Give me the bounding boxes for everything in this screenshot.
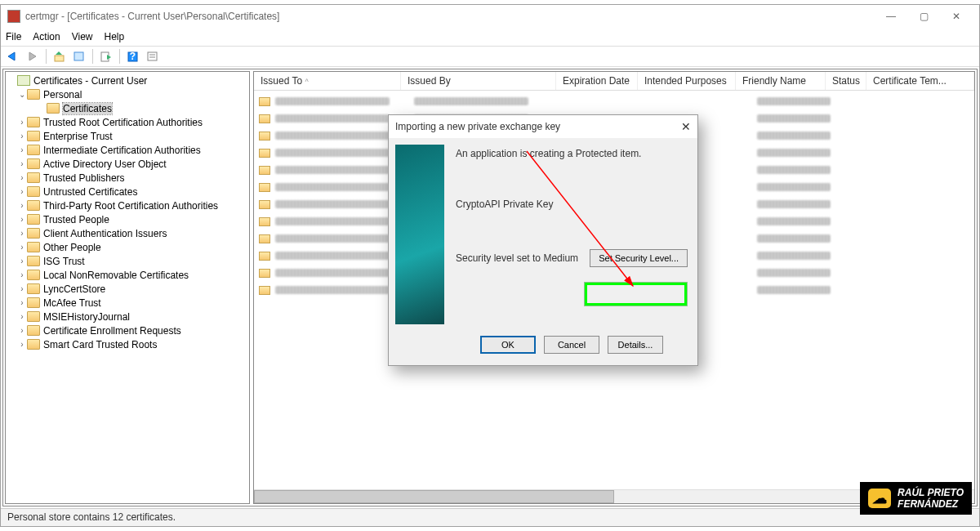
svg-marker-3 xyxy=(56,51,62,55)
set-security-level-button[interactable]: Set Security Level... xyxy=(590,249,688,267)
expand-icon[interactable]: › xyxy=(17,340,27,349)
list-view-button[interactable] xyxy=(144,47,162,65)
menu-file[interactable]: File xyxy=(6,31,21,42)
col-friendly[interactable]: Friendly Name xyxy=(736,72,826,90)
folder-icon xyxy=(27,131,40,141)
tree-item[interactable]: ›Client Authentication Issuers xyxy=(7,226,247,240)
folder-icon xyxy=(27,158,40,169)
list-header: Issued To ^ Issued By Expiration Date In… xyxy=(254,72,974,91)
tree-item[interactable]: ›Other People xyxy=(7,240,247,254)
folder-icon xyxy=(27,214,40,225)
tree-item[interactable]: ›Enterprise Trust xyxy=(7,129,247,143)
export-button[interactable] xyxy=(97,47,115,65)
up-button[interactable] xyxy=(51,47,69,65)
expand-icon[interactable]: › xyxy=(17,312,27,321)
tree-pane[interactable]: Certificates - Current User ⌄Personal Ce… xyxy=(5,71,250,504)
folder-icon xyxy=(27,117,40,127)
help-button[interactable]: ? xyxy=(124,47,142,65)
expand-icon[interactable]: › xyxy=(17,215,27,224)
dialog-title: Importing a new private exchange key xyxy=(395,121,681,132)
props-button[interactable] xyxy=(70,47,88,65)
details-button[interactable]: Details... xyxy=(608,336,663,354)
col-exp[interactable]: Expiration Date xyxy=(556,72,638,90)
col-issued-to[interactable]: Issued To ^ xyxy=(254,72,401,90)
tree-item[interactable]: ›Local NonRemovable Certificates xyxy=(7,268,247,282)
forward-button[interactable] xyxy=(24,47,42,65)
tree-item[interactable]: ›Third-Party Root Certification Authorit… xyxy=(7,199,247,212)
folder-icon xyxy=(27,228,40,239)
titlebar: certmgr - [Certificates - Current User\P… xyxy=(1,5,979,28)
folder-icon xyxy=(27,297,40,308)
folder-icon xyxy=(27,172,40,183)
svg-marker-1 xyxy=(29,52,36,60)
tree-personal[interactable]: Personal xyxy=(43,89,82,100)
brain-icon: ☁ xyxy=(868,489,891,508)
list-item[interactable] xyxy=(259,95,969,108)
statusbar: Personal store contains 12 certificates. xyxy=(1,508,979,526)
toolbar: ? xyxy=(1,46,979,67)
app-icon xyxy=(7,10,20,23)
tree-item[interactable]: ›Active Directory User Object xyxy=(7,157,247,171)
tree-item[interactable]: ›Untrusted Certificates xyxy=(7,185,247,199)
col-template[interactable]: Certificate Tem... xyxy=(866,72,974,90)
expand-icon[interactable]: › xyxy=(17,243,27,252)
col-purpose[interactable]: Intended Purposes xyxy=(638,72,736,90)
expand-icon[interactable]: › xyxy=(17,326,27,335)
tree-item[interactable]: ›Trusted Publishers xyxy=(7,171,247,185)
svg-rect-2 xyxy=(55,56,64,61)
col-issued-by[interactable]: Issued By xyxy=(401,72,556,90)
cancel-button[interactable]: Cancel xyxy=(544,336,599,354)
expand-icon[interactable]: › xyxy=(17,145,27,154)
expand-icon[interactable]: › xyxy=(17,298,27,307)
expand-icon[interactable]: › xyxy=(17,201,27,210)
folder-icon xyxy=(27,145,40,155)
dialog-security-level-text: Security level set to Medium xyxy=(456,252,578,264)
folder-icon xyxy=(27,256,40,266)
ok-button[interactable]: OK xyxy=(480,336,536,354)
folder-icon xyxy=(27,270,40,280)
tree-item[interactable]: ›LyncCertStore xyxy=(7,282,247,296)
tree-item[interactable]: ›Certificate Enrollment Requests xyxy=(7,324,247,337)
folder-icon xyxy=(27,339,40,350)
dialog-line-2: CryptoAPI Private Key xyxy=(456,199,688,210)
folder-icon xyxy=(27,89,40,100)
tree-item[interactable]: ›Trusted Root Certification Authorities xyxy=(7,115,247,129)
expand-icon[interactable]: › xyxy=(17,284,27,293)
tree-root[interactable]: Certificates - Current User xyxy=(33,75,147,87)
tree-item[interactable]: ›Trusted People xyxy=(7,212,247,226)
expand-icon[interactable]: › xyxy=(17,159,27,168)
expand-icon[interactable]: › xyxy=(17,132,27,141)
dialog-close-icon[interactable]: ✕ xyxy=(681,120,691,133)
folder-icon xyxy=(27,325,40,336)
svg-rect-9 xyxy=(148,52,157,60)
folder-icon xyxy=(47,103,60,114)
tree-certificates[interactable]: Certificates xyxy=(63,103,112,114)
close-button[interactable]: ✕ xyxy=(940,6,973,27)
back-button[interactable] xyxy=(4,47,22,65)
tree-item[interactable]: ›Smart Card Trusted Roots xyxy=(7,337,247,351)
menu-help[interactable]: Help xyxy=(105,31,125,42)
menu-action[interactable]: Action xyxy=(33,31,60,42)
menu-view[interactable]: View xyxy=(72,31,93,42)
svg-text:?: ? xyxy=(130,51,136,62)
svg-rect-4 xyxy=(74,52,83,60)
tree-item[interactable]: ›MSIEHistoryJournal xyxy=(7,310,247,324)
folder-icon xyxy=(27,200,40,211)
menubar: File Action View Help xyxy=(1,28,979,46)
col-status[interactable]: Status xyxy=(826,72,866,90)
expand-icon[interactable]: › xyxy=(17,187,27,196)
expand-icon[interactable]: ⌄ xyxy=(17,90,27,99)
dialog-line-1: An application is creating a Protected i… xyxy=(456,148,688,159)
expand-icon[interactable]: › xyxy=(17,118,27,127)
expand-icon[interactable]: › xyxy=(17,173,27,182)
folder-icon xyxy=(27,186,40,197)
expand-icon[interactable]: › xyxy=(17,229,27,238)
minimize-button[interactable]: — xyxy=(875,6,907,27)
tree-item[interactable]: ›Intermediate Certification Authorities xyxy=(7,143,247,157)
watermark: ☁ RAÚL PRIETO FERNÁNDEZ xyxy=(860,482,972,515)
tree-item[interactable]: ›McAfee Trust xyxy=(7,296,247,310)
expand-icon[interactable]: › xyxy=(17,257,27,266)
expand-icon[interactable]: › xyxy=(17,270,27,279)
maximize-button[interactable]: ▢ xyxy=(907,6,940,27)
tree-item[interactable]: ›ISG Trust xyxy=(7,254,247,268)
